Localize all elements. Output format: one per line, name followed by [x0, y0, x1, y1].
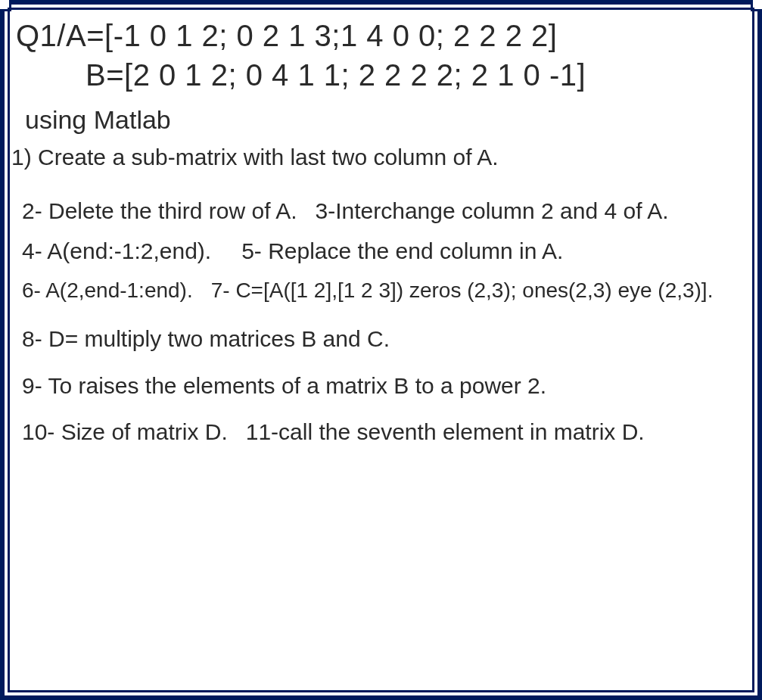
question-6: 6- A(2,end-1:end).	[22, 275, 193, 306]
matrix-a-definition: Q1/A=[-1 0 1 2; 0 2 1 3;1 4 0 0; 2 2 2 2…	[11, 16, 751, 55]
question-10: 10- Size of matrix D.	[22, 415, 228, 449]
row-q6-q7: 6- A(2,end-1:end). 7- C=[A([1 2],[1 2 3]…	[11, 275, 751, 306]
row-q9: 9- To raises the elements of a matrix B …	[11, 369, 751, 403]
outer-frame: Q1/A=[-1 0 1 2; 0 2 1 3;1 4 0 0; 2 2 2 2…	[0, 0, 762, 700]
question-2: 2- Delete the third row of A.	[22, 194, 297, 228]
question-9: 9- To raises the elements of a matrix B …	[22, 369, 546, 403]
question-3: 3-Interchange column 2 and 4 of A.	[316, 194, 669, 228]
question-5: 5- Replace the end column in A.	[241, 235, 563, 268]
question-11: 11-call the seventh element in matrix D.	[246, 415, 645, 449]
question-1: 1) Create a sub-matrix with last two col…	[11, 142, 751, 173]
question-7: 7- C=[A([1 2],[1 2 3]) zeros (2,3); ones…	[211, 275, 714, 306]
row-q10-q11: 10- Size of matrix D. 11-call the sevent…	[11, 415, 751, 449]
subtitle-using-matlab: using Matlab	[11, 105, 751, 135]
matrix-b-definition: B=[2 0 1 2; 0 4 1 1; 2 2 2 2; 2 1 0 -1]	[11, 55, 751, 95]
question-8: 8- D= multiply two matrices B and C.	[22, 322, 390, 356]
document-content: Q1/A=[-1 0 1 2; 0 2 1 3;1 4 0 0; 2 2 2 2…	[10, 10, 752, 471]
row-q4-q5: 4- A(end:-1:2,end). 5- Replace the end c…	[11, 235, 751, 268]
inner-frame: Q1/A=[-1 0 1 2; 0 2 1 3;1 4 0 0; 2 2 2 2…	[8, 8, 754, 692]
row-q2-q3: 2- Delete the third row of A. 3-Intercha…	[11, 194, 751, 228]
row-q8: 8- D= multiply two matrices B and C.	[11, 322, 751, 356]
question-4: 4- A(end:-1:2,end).	[22, 235, 211, 268]
